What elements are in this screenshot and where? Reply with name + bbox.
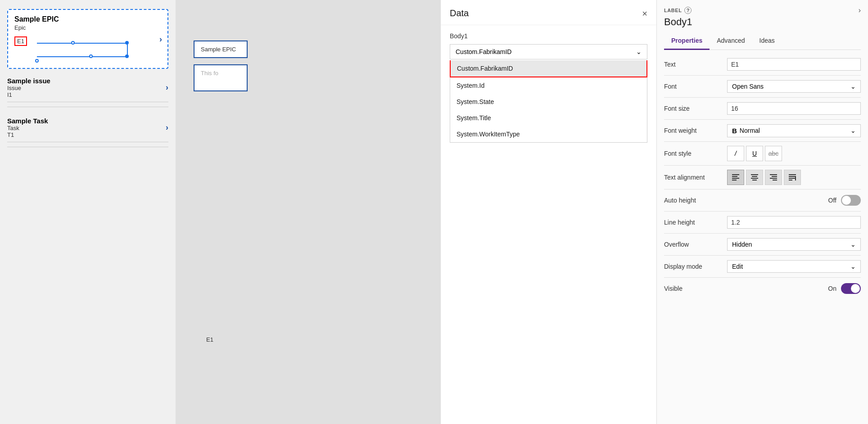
align-left-icon <box>732 174 739 180</box>
align-justify-button[interactable] <box>784 170 801 185</box>
help-icon[interactable]: ? <box>684 7 692 14</box>
align-center-button[interactable] <box>746 170 763 185</box>
align-right-icon <box>770 174 777 180</box>
canvas-card-empty[interactable]: This fo <box>194 64 248 91</box>
underline-button[interactable]: U <box>746 146 763 161</box>
data-panel-header: Data × <box>441 0 656 25</box>
issue-title: Sample issue <box>7 77 166 85</box>
line-height-input[interactable] <box>727 216 861 229</box>
italic-button[interactable]: / <box>727 146 744 161</box>
overflow-select[interactable]: Hidden ⌄ <box>727 238 861 251</box>
prop-row-text-align: Text alignment <box>664 167 861 188</box>
divider-font-size <box>664 119 861 120</box>
svg-rect-12 <box>789 174 796 175</box>
font-weight-select[interactable]: B Normal ⌄ <box>727 124 861 137</box>
prop-label-overflow: Overflow <box>664 241 727 248</box>
align-center-icon <box>751 174 758 180</box>
display-mode-select[interactable]: Edit ⌄ <box>727 260 861 273</box>
data-dropdown-list: Custom.FabrikamID <box>450 60 647 77</box>
data-dropdown-item-0[interactable]: Custom.FabrikamID <box>451 60 646 77</box>
svg-rect-8 <box>770 174 777 175</box>
task-id: T1 <box>7 131 166 138</box>
middle-panel: Sample EPIC This fo E1 <box>176 0 440 424</box>
svg-rect-15 <box>789 180 792 180</box>
prop-row-font: Font Open Sans ⌄ <box>664 77 861 96</box>
display-mode-chevron-icon: ⌄ <box>850 263 856 270</box>
canvas-e1-label: E1 <box>206 336 213 343</box>
right-panel-header: LABEL ? › Body1 Properties Advanced Idea… <box>657 0 868 50</box>
task-chevron[interactable]: › <box>166 123 168 132</box>
data-dropdown-items-rest: System.Id System.State System.Title Syst… <box>450 77 647 143</box>
svg-rect-2 <box>732 178 739 179</box>
svg-rect-0 <box>732 174 739 175</box>
prop-value-text <box>727 58 861 71</box>
canvas-card-epic[interactable]: Sample EPIC <box>194 41 248 58</box>
align-right-button[interactable] <box>765 170 782 185</box>
dot1 <box>71 41 75 45</box>
svg-rect-6 <box>751 178 758 179</box>
data-panel-title: Data <box>450 8 469 18</box>
overflow-select-value: Hidden <box>732 241 752 248</box>
data-dropdown-value: Custom.FabrikamID <box>456 48 511 55</box>
tab-advanced[interactable]: Advanced <box>710 33 752 50</box>
prop-label-visible: Visible <box>664 285 727 292</box>
visible-toggle-knob <box>851 284 860 293</box>
data-dropdown-item-4[interactable]: System.WorkItemType <box>450 126 647 142</box>
canvas-placeholder: This fo <box>201 70 218 77</box>
divider-font <box>664 97 861 98</box>
prop-value-visible: On <box>727 283 861 294</box>
connector-line-h2 <box>37 56 127 57</box>
dot5 <box>35 59 39 63</box>
font-select[interactable]: Open Sans ⌄ <box>727 80 861 93</box>
prop-label-font-size: Font size <box>664 105 727 112</box>
prop-row-text: Text <box>664 54 861 74</box>
visible-toggle-row: On <box>727 283 861 294</box>
align-left-button[interactable] <box>727 170 744 185</box>
svg-rect-11 <box>773 180 777 180</box>
dot2 <box>125 41 129 45</box>
issue-info: Sample issue Issue I1 <box>7 77 166 98</box>
connector-area: E1 <box>14 35 161 62</box>
task-list-item[interactable]: Sample Task Task T1 › <box>7 113 168 142</box>
auto-height-toggle[interactable] <box>841 195 861 206</box>
tab-properties[interactable]: Properties <box>664 33 710 50</box>
epic-card-id: E1 <box>14 36 27 46</box>
right-panel-body: Text Font Open Sans ⌄ Font size <box>657 50 868 424</box>
data-dropdown-item-1[interactable]: System.Id <box>450 77 647 94</box>
visible-toggle-label: On <box>828 285 836 292</box>
prop-value-font-weight: B Normal ⌄ <box>727 124 861 137</box>
right-panel-expand-icon[interactable]: › <box>859 6 861 14</box>
svg-rect-10 <box>770 178 777 179</box>
prop-row-auto-height: Auto height Off <box>664 190 861 210</box>
divider-text <box>664 75 861 76</box>
font-select-chevron-icon: ⌄ <box>850 83 856 90</box>
font-weight-select-value: Normal <box>740 127 850 134</box>
visible-toggle[interactable] <box>841 283 861 294</box>
prop-row-visible: Visible On <box>664 279 861 298</box>
data-dropdown-trigger[interactable]: Custom.FabrikamID ⌄ <box>450 44 647 59</box>
tab-ideas[interactable]: Ideas <box>752 33 782 50</box>
divider-font-weight <box>664 141 861 142</box>
align-justify-icon <box>789 174 796 180</box>
prop-row-display-mode: Display mode Edit ⌄ <box>664 257 861 276</box>
data-panel-close-button[interactable]: × <box>642 9 647 18</box>
overflow-chevron-icon: ⌄ <box>850 241 856 248</box>
issue-list-item[interactable]: Sample issue Issue I1 › <box>7 73 168 102</box>
epic-card[interactable]: › Sample EPIC Epic E1 <box>7 9 168 69</box>
font-size-input[interactable] <box>727 102 861 115</box>
dot4 <box>89 54 93 58</box>
text-input[interactable] <box>727 58 861 71</box>
prop-label-font-style: Font style <box>664 150 727 157</box>
data-panel: Data × Body1 Custom.FabrikamID ⌄ Custom.… <box>440 0 656 424</box>
data-dropdown-item-3[interactable]: System.Title <box>450 110 647 126</box>
svg-rect-14 <box>789 178 796 179</box>
prop-row-font-style: Font style / U abc <box>664 143 861 164</box>
issue-chevron[interactable]: › <box>166 83 168 92</box>
data-panel-body: Body1 Custom.FabrikamID ⌄ Custom.Fabrika… <box>441 25 656 424</box>
prop-value-line-height <box>727 216 861 229</box>
svg-rect-4 <box>751 174 758 175</box>
epic-card-title: Sample EPIC <box>14 15 161 23</box>
right-panel-component-name: Body1 <box>664 16 861 28</box>
strikethrough-button[interactable]: abc <box>765 146 782 161</box>
data-dropdown-item-2[interactable]: System.State <box>450 94 647 110</box>
